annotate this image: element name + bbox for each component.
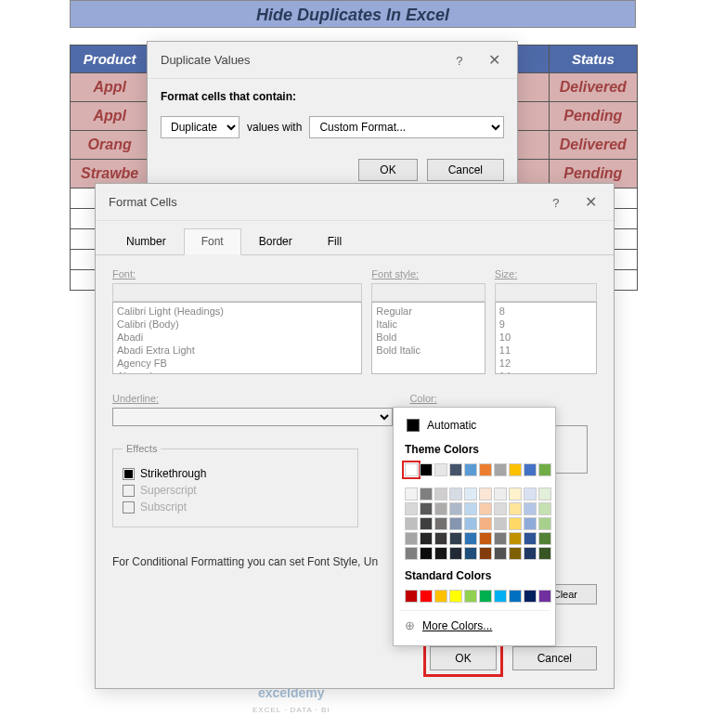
style-list[interactable]: RegularItalicBoldBold Italic: [371, 302, 485, 374]
color-swatch[interactable]: [509, 532, 522, 545]
color-swatch[interactable]: [538, 590, 551, 603]
color-swatch[interactable]: [420, 502, 433, 515]
color-swatch[interactable]: [524, 517, 537, 530]
col-header-status[interactable]: Status: [549, 46, 637, 73]
color-swatch[interactable]: [434, 488, 447, 500]
font-input[interactable]: [112, 283, 362, 302]
color-swatch[interactable]: [420, 517, 433, 530]
color-swatch[interactable]: [479, 463, 492, 476]
color-swatch[interactable]: [405, 517, 418, 530]
ok-button[interactable]: OK: [358, 159, 417, 181]
color-swatch[interactable]: [538, 547, 551, 560]
color-swatch[interactable]: [449, 532, 462, 545]
cell-status[interactable]: Delivered: [549, 73, 637, 102]
color-swatch[interactable]: [494, 547, 507, 560]
color-swatch[interactable]: [405, 463, 418, 476]
color-swatch[interactable]: [464, 463, 477, 476]
color-swatch[interactable]: [434, 547, 447, 560]
tab-fill[interactable]: Fill: [310, 228, 359, 254]
ok-button[interactable]: OK: [430, 646, 496, 670]
color-swatch[interactable]: [524, 502, 537, 515]
color-swatch[interactable]: [479, 488, 492, 500]
size-input[interactable]: [495, 283, 597, 302]
color-swatch[interactable]: [420, 488, 433, 500]
color-swatch[interactable]: [434, 517, 447, 530]
color-swatch[interactable]: [420, 532, 433, 545]
color-swatch[interactable]: [464, 502, 477, 515]
color-swatch[interactable]: [509, 502, 522, 515]
color-swatch[interactable]: [479, 590, 492, 603]
size-list[interactable]: 8910111214: [495, 302, 597, 374]
strikethrough-checkbox[interactable]: [123, 468, 135, 480]
color-swatch[interactable]: [479, 532, 492, 545]
col-header-product[interactable]: Product: [71, 46, 149, 73]
color-swatch[interactable]: [449, 502, 462, 515]
color-swatch[interactable]: [464, 517, 477, 530]
color-swatch[interactable]: [420, 463, 433, 476]
color-swatch[interactable]: [405, 532, 418, 545]
color-swatch[interactable]: [464, 488, 477, 500]
color-swatch[interactable]: [479, 517, 492, 530]
color-swatch[interactable]: [538, 463, 551, 476]
color-swatch[interactable]: [434, 502, 447, 515]
style-input[interactable]: [371, 283, 485, 302]
color-swatch[interactable]: [405, 502, 418, 515]
tab-font[interactable]: Font: [184, 228, 241, 255]
color-swatch[interactable]: [449, 463, 462, 476]
color-swatch[interactable]: [494, 502, 507, 515]
cancel-button[interactable]: Cancel: [512, 646, 597, 670]
tab-border[interactable]: Border: [241, 228, 310, 254]
color-swatch[interactable]: [538, 488, 551, 500]
help-icon[interactable]: ?: [456, 54, 462, 68]
color-swatch[interactable]: [538, 517, 551, 530]
color-swatch[interactable]: [494, 532, 507, 545]
cancel-button[interactable]: Cancel: [427, 159, 504, 181]
automatic-option[interactable]: Automatic: [399, 413, 550, 437]
color-swatch[interactable]: [464, 590, 477, 603]
color-swatch[interactable]: [494, 590, 507, 603]
color-swatch[interactable]: [494, 463, 507, 476]
color-swatch[interactable]: [524, 547, 537, 560]
color-swatch[interactable]: [464, 547, 477, 560]
color-swatch[interactable]: [509, 463, 522, 476]
color-swatch[interactable]: [405, 547, 418, 560]
cell-product[interactable]: Appl: [71, 102, 149, 131]
color-swatch[interactable]: [538, 502, 551, 515]
color-swatch[interactable]: [479, 547, 492, 560]
format-select[interactable]: Custom Format...: [309, 116, 504, 138]
color-swatch[interactable]: [538, 532, 551, 545]
color-swatch[interactable]: [524, 590, 537, 603]
color-swatch[interactable]: [449, 488, 462, 500]
underline-select[interactable]: [112, 408, 393, 426]
cell-status[interactable]: Delivered: [549, 131, 637, 160]
color-swatch[interactable]: [420, 547, 433, 560]
color-swatch[interactable]: [524, 463, 537, 476]
color-swatch[interactable]: [524, 532, 537, 545]
color-swatch[interactable]: [494, 517, 507, 530]
superscript-checkbox[interactable]: [123, 485, 135, 497]
color-swatch[interactable]: [509, 590, 522, 603]
cell-product[interactable]: Orang: [71, 131, 149, 160]
color-swatch[interactable]: [434, 590, 447, 603]
color-swatch[interactable]: [509, 517, 522, 530]
color-swatch[interactable]: [449, 547, 462, 560]
color-swatch[interactable]: [405, 590, 418, 603]
close-icon[interactable]: ✕: [581, 194, 601, 210]
color-swatch[interactable]: [494, 488, 507, 500]
font-list[interactable]: Calibri Light (Headings)Calibri (Body)Ab…: [112, 302, 362, 374]
color-swatch[interactable]: [420, 590, 433, 603]
color-swatch[interactable]: [434, 532, 447, 545]
color-swatch[interactable]: [405, 488, 418, 500]
close-icon[interactable]: ✕: [485, 52, 504, 68]
color-swatch[interactable]: [434, 463, 447, 476]
cell-status[interactable]: Pending: [549, 102, 637, 131]
color-swatch[interactable]: [449, 517, 462, 530]
color-swatch[interactable]: [449, 590, 462, 603]
color-swatch[interactable]: [479, 502, 492, 515]
duplicate-mode-select[interactable]: Duplicate: [161, 116, 239, 138]
color-swatch[interactable]: [509, 547, 522, 560]
subscript-checkbox[interactable]: [123, 501, 135, 514]
color-swatch[interactable]: [524, 488, 537, 500]
color-swatch[interactable]: [509, 488, 522, 500]
cell-product[interactable]: Appl: [71, 73, 149, 102]
